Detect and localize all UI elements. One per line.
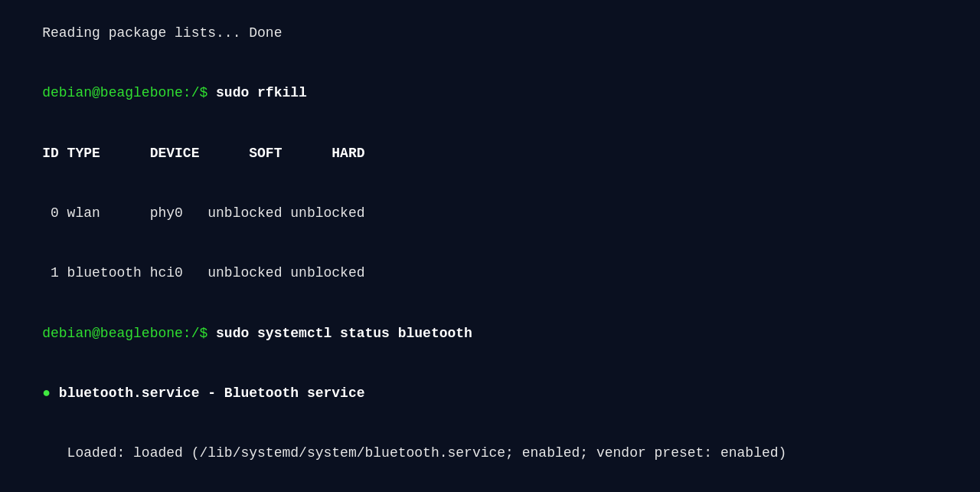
line-rfkill-bt: 1 bluetooth hci0 unblocked unblocked [9,243,971,303]
line-rfkill-header: ID TYPE DEVICE SOFT HARD [9,123,971,183]
line-active: Active: active (running) since Tue 2022-… [9,483,971,492]
line-rfkill-wlan: 0 wlan phy0 unblocked unblocked [9,183,971,243]
loaded-label: Loaded: loaded (/lib/systemd/system/blue… [42,445,786,461]
rfkill-bt: 1 bluetooth hci0 unblocked unblocked [42,265,364,280]
line-systemctl-cmd: debian@beaglebone:/$ sudo systemctl stat… [9,303,971,362]
line-reading: Reading package lists... Done [9,3,971,63]
cmd-rfkill: sudo rfkill [216,85,307,100]
prompt-1: debian@beaglebone:/$ [42,85,216,100]
line-bt-service: ● bluetooth.service - Bluetooth service [9,363,971,423]
cmd-systemctl: sudo systemctl status bluetooth [216,326,472,341]
service-name: bluetooth.service - Bluetooth service [59,385,365,401]
rfkill-header: ID TYPE DEVICE SOFT HARD [42,146,364,161]
prompt-2: debian@beaglebone:/$ [42,326,216,341]
rfkill-wlan: 0 wlan phy0 unblocked unblocked [42,205,364,221]
bullet-dot: ● [42,385,59,401]
reading-text: Reading package lists... Done [42,25,282,41]
terminal-window: Reading package lists... Done debian@bea… [0,0,980,492]
line-rfkill-cmd: debian@beaglebone:/$ sudo rfkill [9,63,971,123]
line-loaded: Loaded: loaded (/lib/systemd/system/blue… [9,423,971,483]
